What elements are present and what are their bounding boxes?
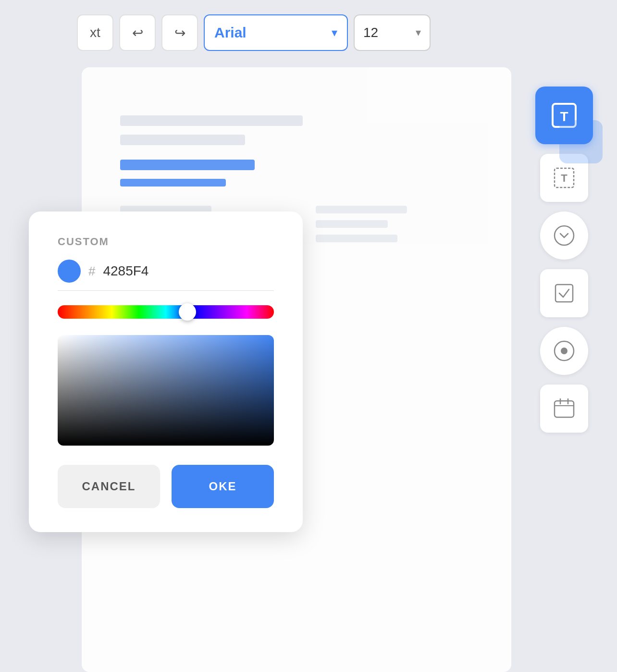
text-tool-button[interactable]: xt: [77, 14, 113, 51]
doc-blue-line-2: [120, 179, 226, 187]
ok-button[interactable]: OKE: [172, 465, 274, 508]
svg-rect-5: [555, 285, 573, 302]
svg-point-7: [561, 348, 568, 354]
doc-placeholder-line-1: [120, 115, 303, 126]
font-family-select[interactable]: Arial ▾: [204, 14, 348, 51]
hex-hash-symbol: #: [88, 264, 95, 279]
hue-slider-container: [58, 305, 274, 319]
hue-slider-track[interactable]: [58, 305, 274, 319]
doc-blue-line: [120, 160, 255, 170]
hue-slider-thumb[interactable]: [179, 303, 196, 321]
svg-text:T: T: [561, 172, 568, 184]
checkbox-button[interactable]: [540, 269, 588, 317]
svg-point-4: [555, 226, 574, 245]
right-toolbar: T T: [535, 87, 593, 433]
redo-button[interactable]: ↪: [161, 14, 198, 51]
toolbar: xt ↩ ↪ Arial ▾ 12 ▾: [77, 14, 540, 51]
color-preview-dot: [58, 260, 81, 283]
chevron-down-circle-icon: [553, 224, 576, 247]
hex-input[interactable]: [103, 263, 180, 279]
action-buttons: CANCEL OKE: [58, 465, 274, 508]
text-tool-main-wrapper: T: [535, 87, 593, 144]
undo-icon: ↩: [132, 25, 143, 41]
color-picker-panel: CUSTOM # CANCEL OKE: [29, 212, 303, 532]
doc-col-right: [316, 206, 473, 324]
hex-input-row: #: [58, 260, 274, 291]
font-size-chevron-icon: ▾: [416, 26, 421, 39]
radio-icon: [553, 339, 576, 362]
calendar-button[interactable]: [540, 385, 588, 433]
cancel-button[interactable]: CANCEL: [58, 465, 160, 508]
svg-rect-8: [555, 401, 574, 417]
custom-label: CUSTOM: [58, 236, 274, 248]
text-outline-icon: T: [553, 166, 576, 189]
dropdown-button[interactable]: [540, 212, 588, 260]
undo-button[interactable]: ↩: [119, 14, 156, 51]
radio-button[interactable]: [540, 327, 588, 375]
font-size-select[interactable]: 12 ▾: [354, 14, 431, 51]
color-gradient-picker[interactable]: [58, 335, 274, 446]
font-size-label: 12: [363, 25, 378, 40]
checkbox-icon: [553, 282, 576, 305]
text-tool-label: xt: [90, 25, 100, 40]
text-tool-secondary-icon: [559, 120, 603, 163]
col-right-line-2: [316, 220, 388, 228]
col-right-line-3: [316, 235, 397, 242]
doc-placeholder-line-2: [120, 135, 245, 145]
redo-icon: ↪: [174, 25, 185, 41]
font-family-label: Arial: [214, 25, 247, 41]
col-right-line-1: [316, 206, 407, 213]
calendar-icon: [553, 397, 576, 420]
font-family-chevron-icon: ▾: [332, 26, 337, 39]
